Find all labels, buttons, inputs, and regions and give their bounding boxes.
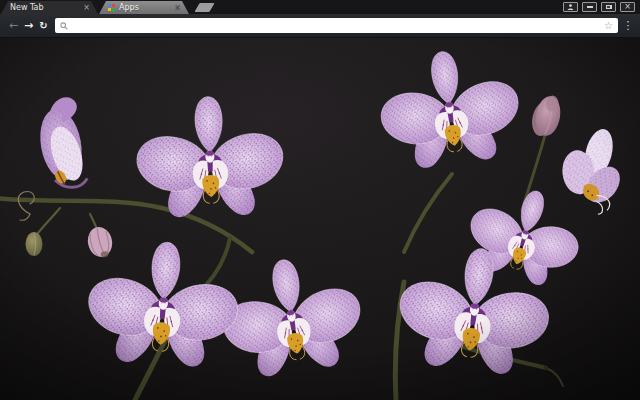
reload-button[interactable]: ↻ [36, 18, 51, 33]
orchid-photo [0, 38, 640, 400]
omnibox[interactable]: ☆ [55, 18, 618, 33]
browser-window: New Tab × Apps × [0, 0, 640, 400]
profile-button[interactable] [563, 2, 578, 12]
tab-label: Apps [115, 1, 174, 14]
tab-new-tab[interactable]: New Tab × [1, 1, 98, 14]
browser-menu-icon[interactable]: ⋮ [622, 19, 634, 33]
close-icon: × [624, 4, 631, 10]
apps-grid-icon [108, 4, 115, 11]
tab-label: New Tab [1, 1, 83, 14]
magnifier-icon [60, 22, 68, 30]
toolbar: ← → ↻ ☆ ⋮ [0, 14, 640, 38]
tab-strip: New Tab × Apps × [0, 0, 640, 14]
forward-button[interactable]: → [21, 18, 36, 33]
close-window-button[interactable]: × [620, 2, 635, 12]
tab-close-icon[interactable]: × [174, 4, 181, 12]
minimize-button[interactable] [582, 2, 597, 12]
tab-apps[interactable]: Apps × [99, 1, 189, 14]
window-controls: × [563, 2, 635, 12]
person-icon [567, 4, 574, 10]
minimize-bar-icon [587, 6, 593, 8]
restore-button[interactable] [601, 2, 616, 12]
back-button[interactable]: ← [6, 18, 21, 33]
address-input[interactable] [68, 21, 604, 31]
bookmark-star-icon[interactable]: ☆ [604, 21, 613, 31]
new-tab-button[interactable] [194, 3, 214, 12]
new-tab-page [0, 38, 640, 400]
tab-close-icon[interactable]: × [83, 4, 90, 12]
overlapping-squares-icon [606, 5, 612, 9]
